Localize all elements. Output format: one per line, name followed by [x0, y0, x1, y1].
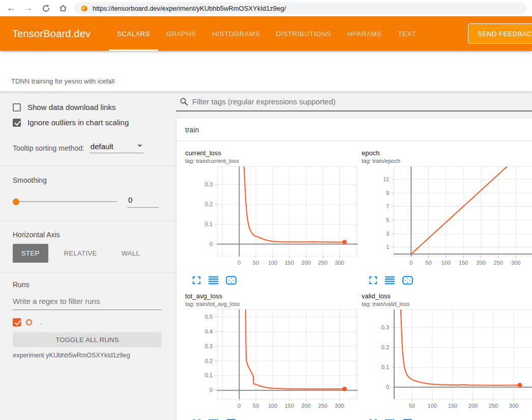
svg-text:250: 250 [318, 403, 328, 409]
chart-epoch: epochtag: train/epoch0501001502002503001… [359, 149, 532, 285]
app-header: TensorBoard.dev SCALARS GRAPHS HISTOGRAM… [0, 16, 532, 51]
svg-text:3: 3 [386, 231, 389, 237]
tab-text[interactable]: TEXT [398, 16, 417, 51]
run-color-swatch [26, 319, 32, 325]
step-axis-button[interactable]: STEP [13, 244, 48, 263]
svg-text:200: 200 [302, 260, 311, 266]
svg-text:0.3: 0.3 [205, 343, 213, 349]
svg-text:50: 50 [253, 403, 259, 409]
expand-chart-icon[interactable] [192, 276, 201, 285]
svg-text:100: 100 [441, 260, 451, 266]
tab-graphs[interactable]: GRAPHS [166, 16, 196, 51]
general-settings-section: Show data download links Ignore outliers… [0, 93, 176, 166]
tag-group-card: train current_losstag: train/current_los… [176, 118, 532, 420]
slider-track [13, 201, 117, 202]
address-bar[interactable]: https://tensorboard.dev/experiment/yKUbh… [74, 2, 526, 14]
svg-text:300: 300 [509, 403, 518, 409]
svg-text:100: 100 [428, 403, 437, 409]
chart-plot[interactable]: 05010015020025030000.10.20.30.40.5 [183, 307, 359, 415]
dropdown-arrow-icon [137, 145, 142, 147]
tab-histograms[interactable]: HISTOGRAMS [213, 16, 260, 51]
tag-filter-bar [176, 93, 532, 111]
refresh-icon[interactable] [40, 2, 52, 14]
runs-section: Runs . TOGGLE ALL RUNS experiment yKUbhb… [0, 272, 176, 359]
ignore-outliers-checkbox[interactable] [13, 119, 21, 127]
chart-plot[interactable]: 05010015020025030000.10.20.3 [183, 164, 359, 272]
tensorboard-favicon [80, 5, 88, 12]
expand-chart-icon[interactable] [369, 276, 377, 285]
show-download-checkbox[interactable] [13, 103, 21, 111]
chart-actions [192, 275, 359, 285]
log-scale-toggle-icon[interactable] [385, 276, 395, 285]
send-feedback-button[interactable]: SEND FEEDBACK [468, 23, 532, 44]
tag-filter-input[interactable] [192, 97, 532, 106]
settings-sidebar: Show data download links Ignore outliers… [0, 93, 176, 420]
smoothing-slider[interactable] [13, 198, 117, 205]
svg-text:50: 50 [253, 260, 259, 266]
svg-text:200: 200 [476, 260, 485, 266]
svg-text:100: 100 [268, 260, 277, 266]
svg-text:9: 9 [386, 190, 389, 196]
chart-plot[interactable]: 5010015020025030000.10.20.3 [359, 307, 532, 415]
show-download-row[interactable]: Show data download links [13, 103, 162, 111]
svg-text:5: 5 [386, 217, 389, 223]
chart-tag: tag: train/epoch [362, 158, 532, 164]
chart-tag: tag: train/tot_avg_loss [185, 301, 359, 307]
run-name: . [37, 319, 42, 326]
chart-valid_loss: valid_losstag: train/valid_loss501001502… [359, 292, 532, 420]
svg-text:50: 50 [409, 403, 415, 409]
run-checkbox[interactable] [13, 318, 21, 326]
svg-text:150: 150 [448, 403, 457, 409]
svg-text:50: 50 [426, 260, 432, 266]
main-content: train current_losstag: train/current_los… [176, 93, 532, 420]
run-row[interactable]: . [13, 318, 162, 326]
smoothing-slider-thumb[interactable] [13, 199, 19, 205]
fit-domain-icon[interactable] [226, 276, 237, 285]
chart-title: epoch [362, 149, 532, 157]
fit-domain-icon[interactable] [402, 276, 413, 285]
back-icon[interactable]: ← [5, 2, 17, 14]
show-download-label: Show data download links [27, 103, 115, 111]
svg-text:0.2: 0.2 [381, 344, 389, 350]
chart-actions [369, 275, 532, 285]
home-icon[interactable] [57, 2, 69, 14]
experiment-id-label: experiment yKUbhb5wRmOSXYkId1z9eg [13, 352, 162, 359]
chart-title: valid_loss [362, 292, 532, 300]
content: Show data download links Ignore outliers… [0, 93, 532, 420]
svg-text:300: 300 [511, 260, 520, 266]
wall-axis-button[interactable]: WALL [113, 244, 149, 263]
svg-text:250: 250 [318, 260, 328, 266]
svg-text:0.4: 0.4 [205, 328, 213, 334]
relative-axis-button[interactable]: RELATIVE [55, 244, 106, 263]
app-title[interactable]: TensorBoard.dev [12, 28, 91, 40]
tab-scalars[interactable]: SCALARS [117, 16, 150, 51]
chart-plot[interactable]: 0501001502002503001357911 [359, 164, 532, 272]
runs-filter-input[interactable] [13, 295, 162, 310]
url-text: https://tensorboard.dev/experiment/yKUbh… [93, 5, 286, 12]
smoothing-label: Smoothing [13, 176, 162, 184]
smoothing-value[interactable]: 0 [127, 195, 159, 208]
svg-text:300: 300 [335, 403, 344, 409]
log-scale-toggle-icon[interactable] [209, 276, 218, 285]
toggle-all-runs-button[interactable]: TOGGLE ALL RUNS [13, 332, 162, 347]
svg-text:250: 250 [494, 260, 503, 266]
svg-text:0: 0 [210, 241, 213, 247]
svg-text:11: 11 [383, 176, 389, 182]
chart-tot_avg_loss: tot_avg_losstag: train/tot_avg_loss05010… [183, 292, 359, 420]
tooltip-sorting-select[interactable]: default [90, 142, 143, 153]
svg-text:300: 300 [335, 260, 344, 266]
tab-distributions[interactable]: DISTRIBUTIONS [276, 16, 331, 51]
svg-text:150: 150 [285, 260, 294, 266]
svg-text:0.1: 0.1 [381, 364, 389, 370]
svg-text:150: 150 [285, 403, 294, 409]
ignore-outliers-row[interactable]: Ignore outliers in chart scaling [13, 118, 162, 127]
svg-text:0.1: 0.1 [205, 221, 213, 227]
search-icon [180, 97, 188, 106]
forward-icon[interactable]: → [22, 2, 35, 14]
main-nav: SCALARS GRAPHS HISTOGRAMS DISTRIBUTIONS … [117, 16, 416, 51]
experiment-title-bar: TDNN training for yesno with icefall [0, 51, 532, 92]
tab-hparams[interactable]: HPARAMS [347, 16, 382, 51]
tag-group-header[interactable]: train [176, 118, 532, 141]
svg-text:0.2: 0.2 [205, 358, 213, 364]
smoothing-section: Smoothing 0 [0, 166, 176, 221]
